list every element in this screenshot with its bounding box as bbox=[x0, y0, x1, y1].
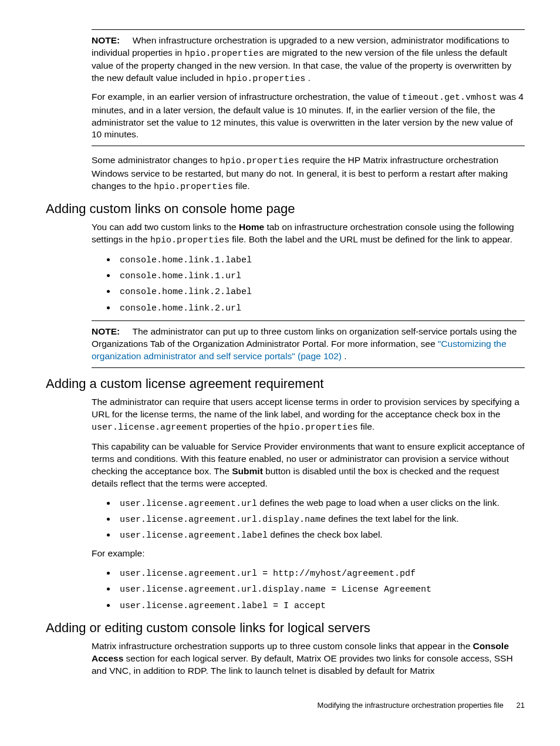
note-text: . bbox=[344, 351, 346, 361]
body-paragraph: You can add two custom links to the Home… bbox=[92, 221, 525, 247]
bold-text: Submit bbox=[232, 466, 263, 476]
code-inline: console.home.link.2.label bbox=[120, 287, 252, 297]
section-heading-license: Adding a custom license agreement requir… bbox=[46, 376, 525, 391]
list-item: user.license.agreement.url defines the w… bbox=[116, 497, 525, 510]
code-inline: hpio.properties bbox=[220, 156, 299, 166]
note-lead: NOTE: bbox=[92, 326, 120, 336]
code-inline: console.home.link.1.url bbox=[120, 271, 241, 281]
code-inline: user.license.agreement.url = http://myho… bbox=[120, 569, 416, 579]
list-item: user.license.agreement.label defines the… bbox=[116, 529, 525, 542]
body-paragraph: The administrator can require that users… bbox=[92, 396, 525, 434]
body-text: defines the check box label. bbox=[268, 529, 383, 539]
list-item: user.license.agreement.label = I accept bbox=[116, 599, 525, 612]
section-heading-custom-links: Adding custom links on console home page bbox=[46, 201, 525, 217]
body-text: section for each logical server. By defa… bbox=[92, 653, 513, 676]
note-text: . bbox=[308, 73, 311, 83]
list-item: user.license.agreement.url = http://myho… bbox=[116, 567, 525, 580]
body-paragraph: This capability can be valuable for Serv… bbox=[92, 441, 525, 490]
code-inline: user.license.agreement bbox=[92, 423, 208, 433]
body-paragraph: Some administrator changes to hpio.prope… bbox=[92, 154, 525, 193]
list-item: console.home.link.2.url bbox=[116, 302, 525, 315]
code-inline: console.home.link.1.label bbox=[120, 255, 252, 265]
code-inline: user.license.agreement.label bbox=[120, 531, 268, 541]
body-text: file. Both the label and the URL must be… bbox=[232, 234, 512, 244]
body-text: defines the text label for the link. bbox=[326, 514, 459, 524]
body-text: file. bbox=[360, 421, 375, 431]
property-list: user.license.agreement.url defines the w… bbox=[92, 497, 525, 542]
code-inline: hpio.properties bbox=[185, 49, 264, 59]
page-footer: Modifying the infrastructure orchestrati… bbox=[46, 701, 525, 710]
note-lead: NOTE: bbox=[92, 35, 120, 45]
example-label: For example: bbox=[92, 548, 525, 560]
code-inline: user.license.agreement.url.display.name bbox=[120, 515, 326, 525]
note-text: For example, in an earlier version of in… bbox=[92, 92, 402, 102]
body-text: Matrix infrastructure orchestration supp… bbox=[92, 641, 473, 651]
code-inline: user.license.agreement.label = I accept bbox=[120, 601, 326, 611]
body-paragraph: Matrix infrastructure orchestration supp… bbox=[92, 640, 525, 677]
body-text: The administrator can require that users… bbox=[92, 397, 519, 419]
code-inline: hpio.properties bbox=[279, 423, 358, 433]
section-heading-console-links: Adding or editing custom console links f… bbox=[46, 620, 525, 636]
code-inline: user.license.agreement.url bbox=[120, 499, 257, 509]
list-item: console.home.link.1.url bbox=[116, 269, 525, 282]
document-page: NOTE: When infrastructure orchestration … bbox=[0, 0, 560, 733]
list-item: user.license.agreement.url.display.name … bbox=[116, 583, 525, 596]
list-item: console.home.link.1.label bbox=[116, 254, 525, 266]
page-number: 21 bbox=[517, 701, 525, 710]
code-inline: console.home.link.2.url bbox=[120, 303, 241, 313]
list-item: console.home.link.2.label bbox=[116, 285, 525, 298]
body-text: file. bbox=[235, 181, 249, 191]
code-inline: hpio.properties bbox=[226, 74, 305, 84]
code-inline: user.license.agreement.url.display.name … bbox=[120, 585, 431, 595]
code-inline: timeout.get.vmhost bbox=[402, 93, 497, 103]
list-item: user.license.agreement.url.display.name … bbox=[116, 513, 525, 526]
code-inline: hpio.properties bbox=[150, 235, 230, 245]
body-text: You can add two custom links to the bbox=[92, 222, 239, 232]
code-inline: hpio.properties bbox=[154, 182, 233, 192]
note-block-portals: NOTE: The administrator can put up to th… bbox=[92, 320, 525, 368]
body-text: properties of the bbox=[210, 421, 278, 431]
body-text: Some administrator changes to bbox=[92, 155, 220, 165]
property-list: console.home.link.1.label console.home.l… bbox=[92, 254, 525, 315]
note-block-upgrade: NOTE: When infrastructure orchestration … bbox=[92, 29, 525, 146]
body-text: defines the web page to load when a user… bbox=[257, 498, 500, 508]
footer-text: Modifying the infrastructure orchestrati… bbox=[318, 701, 504, 710]
bold-text: Home bbox=[239, 222, 264, 232]
example-list: user.license.agreement.url = http://myho… bbox=[92, 567, 525, 612]
